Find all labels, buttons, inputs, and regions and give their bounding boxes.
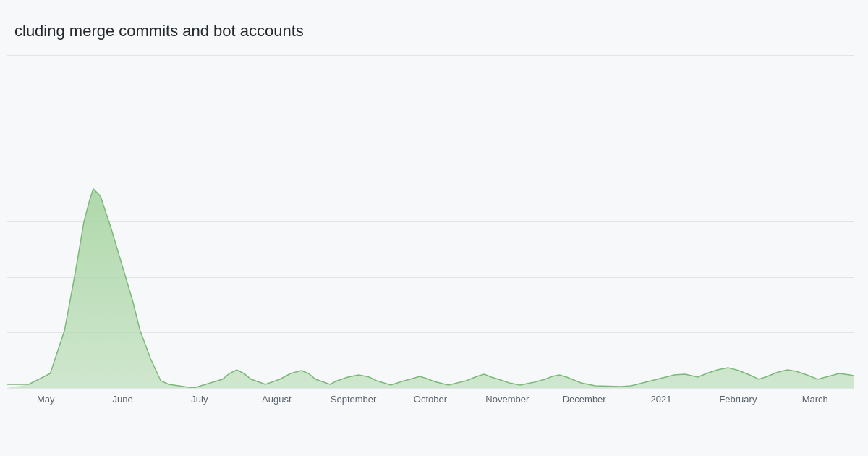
chart-svg (7, 55, 854, 388)
x-axis: May June July August September October N… (7, 388, 854, 431)
x-label-june: June (84, 394, 161, 405)
x-label-february: February (699, 394, 776, 405)
x-label-november: November (469, 394, 545, 405)
chart-inner (7, 55, 854, 388)
chart-area: May June July August September October N… (7, 55, 854, 431)
page-title: cluding merge commits and bot accounts (7, 22, 854, 41)
x-label-december: December (546, 394, 623, 405)
page-container: cluding merge commits and bot accounts (0, 0, 868, 456)
x-label-2021: 2021 (623, 394, 699, 405)
x-label-october: October (392, 394, 469, 405)
x-label-july: July (161, 394, 238, 405)
x-label-august: August (238, 394, 315, 405)
x-label-march: March (777, 394, 854, 405)
x-label-may: May (7, 394, 84, 405)
x-label-september: September (315, 394, 391, 405)
area-path (7, 189, 854, 388)
